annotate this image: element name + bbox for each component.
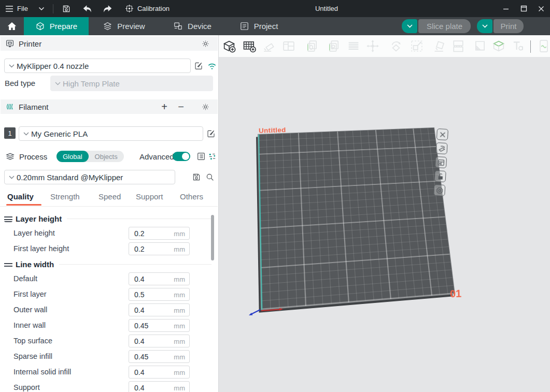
parameter-table-icon[interactable]: [196, 152, 206, 161]
maximize-button[interactable]: [515, 0, 532, 17]
parameter-input[interactable]: 0.2 mm: [129, 227, 190, 240]
plate-settings-icon[interactable]: [433, 184, 445, 196]
parameter-unit: mm: [174, 291, 185, 299]
parameter-input[interactable]: 0.4 mm: [129, 303, 190, 316]
scope-global-button[interactable]: Global: [57, 151, 89, 162]
arrange-icon[interactable]: [281, 39, 296, 53]
fill-color-icon[interactable]: [473, 39, 487, 53]
add-model-icon[interactable]: [222, 39, 236, 53]
redo-icon: [102, 5, 112, 13]
window-title: Untitled: [315, 0, 338, 17]
close-icon: [538, 6, 544, 12]
search-icon[interactable]: [205, 172, 215, 182]
side-panel: Printer MyKlipper 0.4 nozzle Bed type Hi…: [0, 35, 219, 392]
parameter-input[interactable]: 0.4 mm: [129, 366, 190, 379]
parameter-input[interactable]: 0.4 mm: [129, 381, 190, 392]
chevron-down-icon: [23, 132, 29, 136]
calibration-button[interactable]: Calibration: [122, 0, 173, 17]
filament-preset-combo[interactable]: My Generic PLA: [19, 126, 203, 141]
file-menu-chevron[interactable]: [35, 0, 48, 17]
parameter-row: Layer height 0.2 mm: [0, 226, 218, 241]
variable-layer-height-icon[interactable]: [491, 39, 506, 53]
process-preset-combo[interactable]: 0.20mm Standard @MyKlipper: [4, 170, 175, 184]
tab-project-label: Project: [254, 22, 278, 31]
custom-gcode-icon[interactable]: [537, 39, 550, 53]
text-shape-icon[interactable]: [511, 39, 525, 53]
filament-icon: [5, 102, 15, 111]
tune-dots-icon[interactable]: [208, 152, 217, 161]
home-button[interactable]: [0, 17, 24, 35]
tab-prepare[interactable]: Prepare: [24, 17, 89, 35]
close-button[interactable]: [532, 0, 550, 17]
settings-group: Layer height Layer height 0.2 mm First l…: [0, 211, 218, 257]
printer-settings-gear-icon[interactable]: [201, 39, 210, 48]
device-icon: [173, 21, 183, 31]
redo-button[interactable]: [99, 0, 116, 17]
settings-list: Layer height Layer height 0.2 mm First l…: [0, 208, 218, 392]
scale-icon[interactable]: [410, 39, 424, 53]
save-button[interactable]: [59, 0, 74, 17]
print-dropdown[interactable]: [477, 19, 492, 33]
advanced-toggle[interactable]: [173, 152, 190, 161]
filament-settings-gear-icon[interactable]: [201, 103, 210, 111]
settings-group-header[interactable]: Layer height: [0, 211, 218, 226]
save-preset-icon[interactable]: [192, 172, 201, 182]
scope-objects-button[interactable]: Objects: [89, 151, 124, 162]
layers-icon[interactable]: [346, 39, 361, 53]
parameter-input[interactable]: 0.4 mm: [129, 335, 190, 347]
undo-icon: [82, 5, 93, 13]
settings-group-rule: [59, 264, 211, 265]
undo-button[interactable]: [79, 0, 96, 17]
slice-plate-dropdown[interactable]: [402, 19, 417, 33]
add-filament-button[interactable]: +: [159, 101, 170, 113]
parameter-input[interactable]: 0.2 mm: [129, 242, 190, 255]
remove-filament-button[interactable]: −: [175, 101, 187, 113]
tab-project[interactable]: Project: [225, 17, 292, 35]
parameter-row: Outer wall 0.4 mm: [0, 302, 218, 318]
window-controls: [497, 0, 550, 17]
edit-printer-icon[interactable]: [194, 61, 203, 70]
rotate-icon[interactable]: [389, 39, 403, 53]
slice-plate-button[interactable]: Slice plate: [418, 19, 471, 33]
process-tab-speed[interactable]: Speed: [98, 192, 121, 201]
process-tab-quality[interactable]: Quality: [7, 192, 34, 201]
settings-group-header[interactable]: Line width: [0, 257, 218, 271]
orient-plate-icon[interactable]: [435, 142, 447, 154]
tab-device[interactable]: Device: [159, 17, 225, 35]
parameter-row: Internal solid infill 0.4 mm: [0, 365, 218, 380]
parameter-input[interactable]: 0.5 mm: [129, 288, 190, 301]
paste-icon[interactable]: [327, 39, 341, 53]
parameter-input[interactable]: 0.45 mm: [129, 319, 190, 332]
lock-plate-icon[interactable]: [434, 170, 446, 182]
printer-preset-combo[interactable]: MyKlipper 0.4 nozzle: [4, 59, 191, 73]
print-button[interactable]: Print: [493, 19, 524, 33]
lay-flat-icon[interactable]: [433, 39, 447, 53]
viewport-3d[interactable]: Untitled 01: [219, 35, 550, 392]
move-icon[interactable]: [365, 39, 380, 53]
maximize-icon: [520, 5, 527, 12]
build-plate[interactable]: [258, 127, 455, 310]
tab-preview[interactable]: Preview: [89, 17, 159, 35]
filament-slot-badge[interactable]: 1: [4, 127, 16, 139]
parameter-label: First layer height: [13, 244, 69, 253]
delete-plate-icon[interactable]: [436, 128, 448, 140]
minimize-button[interactable]: [497, 0, 515, 17]
edit-filament-icon[interactable]: [206, 129, 216, 138]
printer-section-title: Printer: [19, 39, 41, 48]
arrange-plate-icon[interactable]: [435, 156, 447, 168]
parameter-input[interactable]: 0.4 mm: [129, 272, 190, 285]
scrollbar-thumb[interactable]: [211, 215, 214, 260]
add-plate-icon[interactable]: [242, 39, 257, 53]
wifi-icon[interactable]: [207, 62, 217, 70]
file-menu[interactable]: File: [2, 0, 31, 17]
parameter-input[interactable]: 0.45 mm: [129, 350, 190, 363]
process-tab-strength[interactable]: Strength: [50, 192, 80, 201]
slice-plate-split-button: Slice plate: [402, 19, 471, 33]
split-icon[interactable]: [451, 39, 466, 53]
copy-icon[interactable]: [305, 39, 319, 53]
process-tab-support[interactable]: Support: [136, 192, 163, 201]
process-tab-strip: QualityStrengthSpeedSupportOthers: [0, 191, 218, 206]
bed-type-combo[interactable]: High Temp Plate: [50, 76, 213, 91]
auto-orient-icon[interactable]: [262, 39, 276, 53]
process-tab-others[interactable]: Others: [180, 192, 203, 201]
